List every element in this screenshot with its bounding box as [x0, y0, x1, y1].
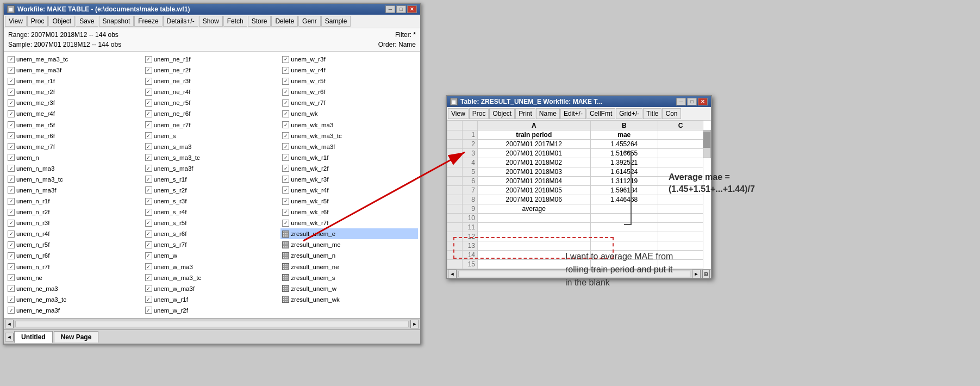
table-row[interactable]: 12 [447, 232, 711, 241]
table-row[interactable]: 9average [447, 204, 711, 214]
var-item[interactable]: zresult_unem_w [280, 283, 418, 294]
table-row[interactable]: 10 [447, 214, 711, 223]
var-item[interactable]: unem_w_r4f [280, 65, 418, 76]
table-menu-grid[interactable]: Grid+/- [616, 108, 642, 119]
var-item[interactable]: unem_s_ma3_tc [143, 152, 281, 163]
var-item[interactable]: unem_ne_r5f [143, 97, 281, 108]
table-scroll-expand[interactable]: ⊞ [702, 270, 710, 278]
var-item[interactable]: unem_n_r5f [6, 239, 143, 250]
var-item[interactable]: unem_ne_r6f [143, 108, 281, 119]
tab-untitled[interactable]: Untitled [14, 331, 53, 343]
table-row[interactable]: 22007M01 2017M121.455264 [447, 140, 711, 149]
table-row[interactable]: 11 [447, 223, 711, 232]
table-row[interactable]: 1train periodmae [447, 130, 711, 140]
var-item[interactable]: zresult_unem_me [280, 239, 418, 250]
var-item[interactable]: unem_ne [6, 272, 143, 283]
cell-c[interactable] [658, 140, 703, 149]
menu-save[interactable]: Save [76, 16, 98, 27]
table-scroll-left[interactable]: ◄ [448, 270, 457, 278]
var-item[interactable]: unem_wk_r4f [280, 185, 418, 196]
var-item[interactable]: unem_w_r6f [280, 86, 418, 97]
table-menu-view[interactable]: View [448, 108, 469, 119]
var-item[interactable]: unem_s_ma3 [143, 141, 281, 152]
menu-proc[interactable]: Proc [27, 16, 48, 27]
cell-b[interactable]: 1.311219 [590, 177, 658, 186]
var-item[interactable]: unem_wk_ma3_tc [280, 130, 418, 141]
var-item[interactable]: unem_s_r2f [143, 185, 281, 196]
cell-b[interactable] [590, 204, 658, 214]
cell-a[interactable]: 2007M01 2018M05 [478, 186, 591, 195]
var-item[interactable]: unem_n_r2f [6, 207, 143, 217]
var-item[interactable]: unem_me_r7f [6, 141, 143, 152]
var-item[interactable]: unem_ne_r4f [143, 86, 281, 97]
var-item[interactable]: unem_ne_r3f [143, 76, 281, 86]
table-scroll-right[interactable]: ► [692, 270, 701, 278]
var-item[interactable]: unem_ne_r7f [143, 119, 281, 130]
cell-b[interactable] [590, 214, 658, 223]
var-item[interactable]: unem_w_r2f [143, 305, 281, 316]
cell-b[interactable]: 1.446468 [590, 195, 658, 204]
var-item[interactable]: unem_w_ma3f [143, 283, 281, 294]
var-item[interactable]: unem_s [143, 130, 281, 141]
cell-a[interactable] [478, 232, 591, 241]
var-item[interactable]: unem_wk_ma3 [280, 119, 418, 130]
cell-b[interactable]: 1.455264 [590, 140, 658, 149]
table-close-btn[interactable]: ✕ [698, 98, 708, 105]
var-item[interactable]: unem_ne_r2f [143, 65, 281, 76]
var-item[interactable]: zresult_unem_n [280, 250, 418, 261]
cell-a[interactable]: average [478, 204, 591, 214]
cell-c[interactable] [658, 223, 703, 232]
table-menu-name[interactable]: Name [536, 108, 560, 119]
var-item[interactable]: unem_wk_r6f [280, 207, 418, 217]
var-item[interactable]: unem_n_ma3f [6, 185, 143, 196]
cell-c[interactable] [658, 214, 703, 223]
cell-c[interactable] [658, 241, 703, 251]
scroll-left-btn[interactable]: ◄ [5, 320, 14, 328]
table-row[interactable]: 13 [447, 241, 711, 251]
tab-left-btn[interactable]: ◄ [5, 333, 14, 341]
var-item[interactable]: zresult_unem_wk [280, 294, 418, 305]
cell-a[interactable]: 2007M01 2018M02 [478, 158, 591, 167]
var-item[interactable]: unem_n_r1f [6, 196, 143, 207]
var-item[interactable]: unem_wk_r2f [280, 163, 418, 174]
cell-a[interactable] [478, 241, 591, 251]
cell-c[interactable] [658, 195, 703, 204]
cell-a[interactable]: 2007M01 2018M04 [478, 177, 591, 186]
var-item[interactable]: zresult_unem_e [280, 228, 418, 239]
col-header[interactable]: B [590, 121, 658, 130]
tab-new-page[interactable]: New Page [54, 331, 99, 343]
var-item[interactable]: unem_n [6, 152, 143, 163]
var-item[interactable]: unem_ne_ma3 [6, 283, 143, 294]
var-item[interactable]: unem_me_ma3f [6, 65, 143, 76]
var-item[interactable]: unem_w_r5f [280, 76, 418, 86]
var-item[interactable]: unem_s_r4f [143, 207, 281, 217]
var-item[interactable]: unem_ne_ma3_tc [6, 294, 143, 305]
menu-fetch[interactable]: Fetch [223, 16, 247, 27]
menu-object[interactable]: Object [48, 16, 75, 27]
col-header[interactable]: C [658, 121, 703, 130]
var-item[interactable]: unem_wk_r1f [280, 152, 418, 163]
var-item[interactable] [280, 305, 418, 316]
table-maximize-btn[interactable]: □ [687, 98, 697, 105]
var-item[interactable]: unem_w_r7f [280, 97, 418, 108]
cell-b[interactable] [590, 223, 658, 232]
table-menu-title[interactable]: Title [643, 108, 661, 119]
var-item[interactable]: unem_w_ma3_tc [143, 272, 281, 283]
var-item[interactable]: unem_me_r3f [6, 97, 143, 108]
cell-b[interactable]: 1.516655 [590, 149, 658, 158]
menu-sample[interactable]: Sample [321, 16, 351, 27]
cell-b[interactable]: 1.596184 [590, 186, 658, 195]
scroll-right-btn[interactable]: ► [410, 320, 419, 328]
var-item[interactable]: unem_s_r7f [143, 239, 281, 250]
cell-a[interactable]: 2007M01 2017M12 [478, 140, 591, 149]
var-item[interactable]: unem_wk_r5f [280, 196, 418, 207]
menu-genr[interactable]: Genr [298, 16, 321, 27]
cell-c[interactable] [658, 149, 703, 158]
table-minimize-btn[interactable]: ─ [676, 98, 686, 105]
var-item[interactable]: unem_n_ma3 [6, 163, 143, 174]
menu-delete[interactable]: Delete [271, 16, 298, 27]
close-button[interactable]: ✕ [407, 5, 417, 13]
cell-b[interactable] [590, 232, 658, 241]
cell-a[interactable]: 2007M01 2018M01 [478, 149, 591, 158]
var-item[interactable]: unem_s_r3f [143, 196, 281, 207]
